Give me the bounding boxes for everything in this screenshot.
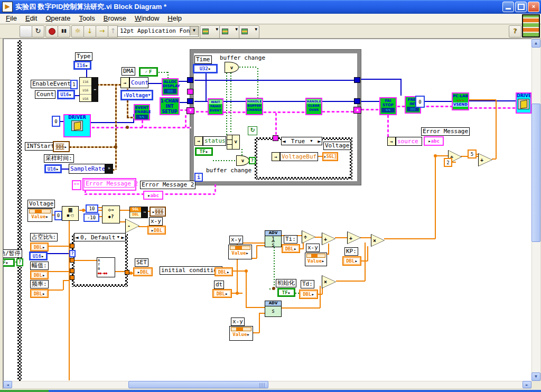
block-1chan-int-setup[interactable]: 1·CHANINTSETUP	[160, 97, 180, 115]
control-init-tf[interactable]: TF▸	[277, 288, 295, 297]
adv-derivative-header[interactable]: ADV	[265, 301, 282, 306]
tunnel-selector-question[interactable]: ?	[69, 250, 76, 257]
taskbar-sliver[interactable]	[49, 390, 541, 392]
constant-2[interactable]: 2	[444, 158, 452, 167]
block-pclab-send[interactable]: PC-LAB ∿∿∿ VSEND	[452, 92, 469, 110]
control-dt-dbl[interactable]: DBL▸	[212, 289, 232, 298]
waveform-generator-node[interactable]: Afθ ●●→●●	[97, 257, 115, 277]
menu-browse[interactable]: Browse	[99, 14, 130, 24]
menu-edit[interactable]: Edit	[21, 14, 41, 24]
constant-10[interactable]: 10	[86, 204, 98, 213]
restore-button[interactable]	[515, 2, 527, 12]
indicator-set-dbl[interactable]: ▸DBL	[133, 267, 153, 276]
indicator-sgl-array[interactable]: ▸SGL]	[322, 152, 338, 161]
control-time-u32[interactable]: U32▸	[193, 64, 218, 73]
case-structure-border-left[interactable]	[17, 40, 22, 381]
block-event-enable[interactable]: EVENTENABLE ∿∿	[134, 104, 150, 120]
run-button[interactable]: ⇨	[20, 25, 32, 38]
control-frequency-dbl[interactable]: DBL▸	[30, 289, 49, 298]
property-node-xy-value-1[interactable]: Value▸	[228, 245, 252, 259]
tunnel-or-question[interactable]: ?	[249, 157, 256, 164]
control-intstart-cluster[interactable]: 906▸	[53, 141, 70, 152]
run-continuous-button[interactable]: ↻	[32, 25, 44, 38]
abort-button[interactable]	[45, 25, 58, 38]
block-fai-stop[interactable]: FAISTOP ∿∿	[379, 97, 397, 115]
title-bar[interactable]: ▶ 实验四 数字PID控制算法研究.vi Block Diagram * ×	[0, 0, 541, 14]
constant-dma-boolean-false[interactable]: ✓F	[139, 67, 158, 77]
adv-integrator-header[interactable]: ADV	[265, 230, 282, 236]
control-count-u16[interactable]: U16▸	[57, 90, 75, 99]
array-node[interactable]: ▦ ■·□	[62, 206, 79, 221]
block-driver-close[interactable]: DRIVER	[516, 92, 531, 114]
distribute-objects-button[interactable]: ▼	[219, 25, 240, 39]
unbundle-source-field[interactable]: source	[396, 137, 422, 146]
tunnel-boolean-question[interactable]: ?	[16, 258, 23, 266]
indicator-source-string[interactable]: ▸abc	[424, 136, 444, 146]
block-wait-faiao-event[interactable]: WAITFAIAOEVENT	[208, 98, 223, 115]
local-variable-error-message-2[interactable]: Error Message 2	[82, 178, 136, 191]
property-node-voltage-value[interactable]: Value▸	[27, 208, 52, 222]
chevron-down-icon[interactable]: ▼	[190, 26, 198, 35]
tunnel-pink-left[interactable]	[187, 89, 193, 95]
unbundle-count-field[interactable]: Count	[129, 77, 148, 88]
horizontal-scroll-thumb[interactable]	[128, 381, 268, 388]
close-button[interactable]: ×	[528, 2, 539, 12]
property-node-xy-value-2[interactable]: Value▸	[305, 253, 327, 266]
indicator-xy-dbl[interactable]: ▸DBL	[147, 226, 166, 235]
block-driver-open[interactable]: DRIVER	[63, 114, 91, 137]
menu-operate[interactable]: Operate	[41, 14, 74, 24]
reorder-button[interactable]: ▼	[239, 25, 259, 39]
constant-0-driver[interactable]: 0	[52, 116, 60, 127]
tunnel-blue-right-2[interactable]	[354, 98, 360, 104]
scroll-up-button[interactable]: ▲	[531, 39, 540, 48]
scroll-right-button[interactable]: ►	[523, 381, 531, 388]
control-td-dbl[interactable]: DBL▸	[299, 290, 318, 299]
menu-window[interactable]: Window	[130, 14, 163, 24]
step-over-button[interactable]: →	[96, 25, 108, 38]
step-out-button[interactable]: ↑	[108, 25, 118, 38]
control-ti-dbl[interactable]: DBL▸	[282, 244, 300, 253]
shift-register-right[interactable]: ▲	[353, 107, 361, 114]
bundle-node[interactable]: I16 U16 U16	[79, 77, 92, 102]
adv-integrator-body[interactable]: 1 s	[265, 236, 282, 247]
shift-register-left[interactable]: ▼	[186, 107, 194, 114]
constant-1[interactable]: 1	[70, 80, 78, 89]
control-amplitude-dbl[interactable]: DBL▸	[30, 270, 49, 279]
scroll-left-button[interactable]: ◄	[3, 381, 12, 388]
constant-0-array[interactable]: 0	[54, 211, 62, 220]
menu-file[interactable]: File	[2, 14, 21, 24]
constant-5[interactable]: 5	[468, 150, 477, 158]
align-objects-button[interactable]: ▼	[200, 25, 220, 39]
tunnel-amplitude[interactable]	[70, 258, 74, 263]
tunnel-frequency[interactable]	[70, 268, 74, 273]
case-selector-0-default[interactable]: ◄0, Default▼►	[74, 233, 126, 241]
compound-or-node[interactable]: v	[227, 135, 240, 150]
minimize-button[interactable]	[502, 2, 514, 12]
menu-tools[interactable]: Tools	[74, 14, 99, 24]
constant-0-pclab[interactable]: 0	[415, 96, 425, 108]
constant-tf-loop[interactable]: TF▸	[195, 147, 213, 156]
unbundle-count-arrow-icon[interactable]: →	[120, 77, 129, 88]
tunnel-blue-left-2[interactable]	[187, 98, 193, 104]
vertical-scroll-thumb[interactable]	[531, 104, 540, 242]
block-alloc-display[interactable]: ALLOCDISPLAY ▯▯▯	[162, 78, 179, 96]
tunnel-extra[interactable]	[70, 275, 74, 280]
block-handle-clear-over[interactable]: HANDLECLEAROVER	[305, 98, 322, 115]
control-u16-case-selector[interactable]: U16▸	[29, 251, 48, 260]
constant-neg-10[interactable]: -10	[83, 213, 99, 222]
tunnel-duty[interactable]	[70, 244, 74, 248]
font-selector[interactable]: 12pt Application Font ▼	[117, 26, 199, 37]
control-kp-dbl[interactable]: DBL▸	[342, 256, 361, 266]
highlight-execution-button[interactable]: ☼	[71, 25, 84, 38]
tunnel-magenta-case[interactable]	[273, 135, 278, 141]
menu-help[interactable]: Help	[163, 14, 186, 24]
scroll-down-button[interactable]: ▼	[531, 372, 540, 381]
taskbar-start-sliver[interactable]	[0, 390, 49, 392]
pause-button[interactable]: ▮▮	[58, 25, 70, 38]
unbundle-source-arrow-icon[interactable]: →	[387, 137, 396, 146]
in-range-and-coerce-node[interactable]: ◇→ ◆?	[102, 206, 120, 223]
unbundle-status-arrow-icon[interactable]: →	[194, 136, 203, 146]
unbundle-voltagebuf-arrow-icon[interactable]: →	[272, 152, 280, 161]
control-initial-condition-dbl[interactable]: DBL▸	[214, 267, 233, 276]
control-type-i16[interactable]: I16▸	[73, 61, 91, 70]
